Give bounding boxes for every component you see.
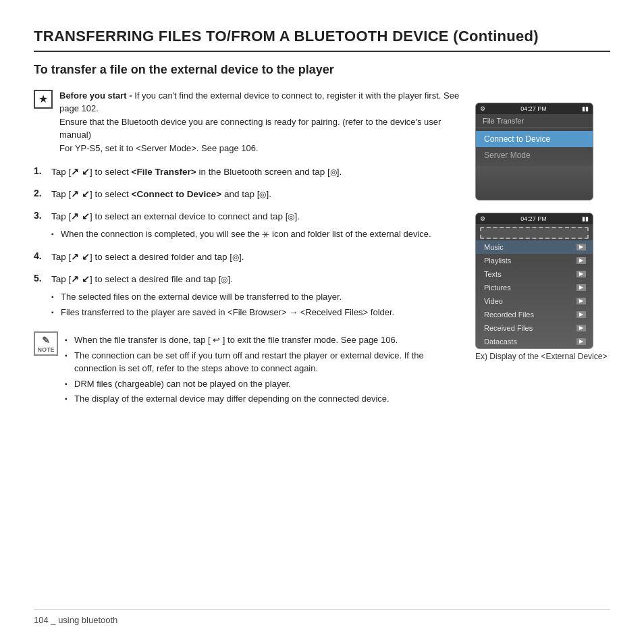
device-1-menu-server[interactable]: Server Mode	[476, 147, 593, 163]
note-bullet-1: When the file transfer is done, tap [ ↩ …	[65, 333, 462, 347]
left-content: ★ Before you start - If you can't find t…	[34, 89, 462, 419]
before-start-label: Before you start -	[59, 90, 132, 101]
right-content: ⚙ 04:27 PM ▮▮ File Transfer Connect to D…	[475, 89, 610, 419]
content-area: ★ Before you start - If you can't find t…	[34, 89, 610, 419]
note-icon: ✎ NOTE	[34, 331, 58, 356]
step-1-content: Tap [↗ ↙] to select <File Transfer> in t…	[51, 165, 342, 180]
step-3-content: Tap [↗ ↙] to select an external device t…	[51, 210, 431, 242]
fb-item-video[interactable]: Video ▶	[476, 294, 593, 308]
texts-folder-icon: ▶	[576, 271, 586, 277]
playlists-folder-icon: ▶	[576, 257, 586, 264]
step-2-number: 2.	[34, 188, 46, 198]
device-1-icon: ⚙	[480, 105, 485, 112]
section-title: To transfer a file on the external devic…	[34, 63, 610, 77]
device-2-selected	[480, 227, 589, 239]
step-5-content: Tap [↗ ↙] to select a desired file and t…	[51, 273, 394, 321]
device-screen-2-container: ⚙ 04:27 PM ▮▮ Music ▶ Playlists ▶ Texts	[475, 213, 610, 361]
device-1-battery: ▮▮	[582, 105, 589, 112]
before-start-text3: For YP-S5, set it to <Server Mode>. See …	[59, 143, 259, 153]
note-bullet-4: The display of the external device may d…	[65, 392, 462, 406]
step-5-bullet-2: Files transferred to the player are save…	[51, 306, 394, 319]
pictures-folder-icon: ▶	[576, 284, 586, 291]
music-folder-icon: ▶	[576, 244, 586, 250]
step-2: 2. Tap [↗ ↙] to select <Connect to Devic…	[34, 188, 462, 202]
before-start-text2: Ensure that the Bluetooth device you are…	[59, 117, 441, 140]
device-frame-1: ⚙ 04:27 PM ▮▮ File Transfer Connect to D…	[475, 103, 593, 200]
pencil-icon: ✎	[42, 335, 50, 346]
step-5-bullet-1: The selected files on the external devic…	[51, 290, 394, 304]
device-frame-2: ⚙ 04:27 PM ▮▮ Music ▶ Playlists ▶ Texts	[475, 213, 593, 349]
step-4: 4. Tap [↗ ↙] to select a desired folder …	[34, 250, 462, 265]
star-icon: ★	[34, 90, 53, 109]
step-3-number: 3.	[34, 210, 46, 221]
fb-item-received[interactable]: Received Files ▶	[476, 321, 593, 335]
device-2-icon: ⚙	[480, 215, 485, 222]
fb-item-datacasts[interactable]: Datacasts ▶	[476, 335, 593, 348]
step-5-bullets: The selected files on the external devic…	[51, 290, 394, 319]
device-1-title-text: File Transfer	[483, 117, 524, 125]
before-start-box: ★ Before you start - If you can't find t…	[34, 89, 462, 155]
note-bullets: When the file transfer is done, tap [ ↩ …	[65, 333, 462, 406]
step-5: 5. Tap [↗ ↙] to select a desired file an…	[34, 273, 462, 321]
page-footer: 104 _ using bluetooth	[34, 609, 610, 625]
device-1-menu-connect[interactable]: Connect to Device	[476, 131, 593, 147]
fb-item-recorded[interactable]: Recorded Files ▶	[476, 308, 593, 321]
note-bullet-3: DRM files (chargeable) can not be played…	[65, 377, 462, 391]
step-3-bullets: When the connection is completed, you wi…	[51, 227, 431, 241]
device-1-menu: Connect to Device Server Mode	[476, 128, 593, 166]
step-3-bullet-1: When the connection is completed, you wi…	[51, 227, 431, 241]
step-1-number: 1.	[34, 165, 46, 176]
footer-text: 104 _ using bluetooth	[34, 615, 117, 625]
caption-text: Ex) Display of the <External Device>	[475, 352, 610, 361]
fb-item-music[interactable]: Music ▶	[476, 240, 593, 254]
main-title: TRANSFERRING FILES TO/FROM A BLUETOOTH D…	[34, 27, 610, 47]
device-1-topbar: ⚙ 04:27 PM ▮▮	[476, 103, 593, 114]
step-4-number: 4.	[34, 250, 46, 261]
step-2-content: Tap [↗ ↙] to select <Connect to Device> …	[51, 188, 271, 202]
title-divider	[34, 51, 610, 52]
video-folder-icon: ▶	[576, 298, 586, 304]
device-2-topbar: ⚙ 04:27 PM ▮▮	[476, 213, 593, 224]
note-bullet-2: The connection can be set off if you tur…	[65, 349, 462, 375]
device-2-battery: ▮▮	[582, 215, 589, 222]
step-5-number: 5.	[34, 273, 46, 284]
note-content: When the file transfer is done, tap [ ↩ …	[65, 330, 462, 408]
steps-list: 1. Tap [↗ ↙] to select <File Transfer> i…	[34, 165, 462, 321]
note-label: NOTE	[37, 346, 54, 353]
datacasts-folder-icon: ▶	[576, 338, 586, 345]
fb-item-playlists[interactable]: Playlists ▶	[476, 254, 593, 267]
page: TRANSFERRING FILES TO/FROM A BLUETOOTH D…	[0, 0, 644, 644]
device-screen-1: ⚙ 04:27 PM ▮▮ File Transfer Connect to D…	[475, 103, 610, 200]
step-3: 3. Tap [↗ ↙] to select an external devic…	[34, 210, 462, 242]
recorded-folder-icon: ▶	[576, 311, 586, 318]
device-1-title: File Transfer	[476, 114, 593, 128]
device-2-time: 04:27 PM	[520, 215, 547, 222]
before-start-content: Before you start - If you can't find the…	[59, 89, 462, 155]
device-1-time: 04:27 PM	[520, 105, 547, 112]
fb-item-pictures[interactable]: Pictures ▶	[476, 281, 593, 294]
step-4-content: Tap [↗ ↙] to select a desired folder and…	[51, 250, 244, 265]
note-box: ✎ NOTE When the file transfer is done, t…	[34, 330, 462, 408]
fb-item-texts[interactable]: Texts ▶	[476, 267, 593, 281]
device-1-bottom	[476, 166, 593, 200]
received-folder-icon: ▶	[576, 325, 586, 331]
step-1: 1. Tap [↗ ↙] to select <File Transfer> i…	[34, 165, 462, 180]
